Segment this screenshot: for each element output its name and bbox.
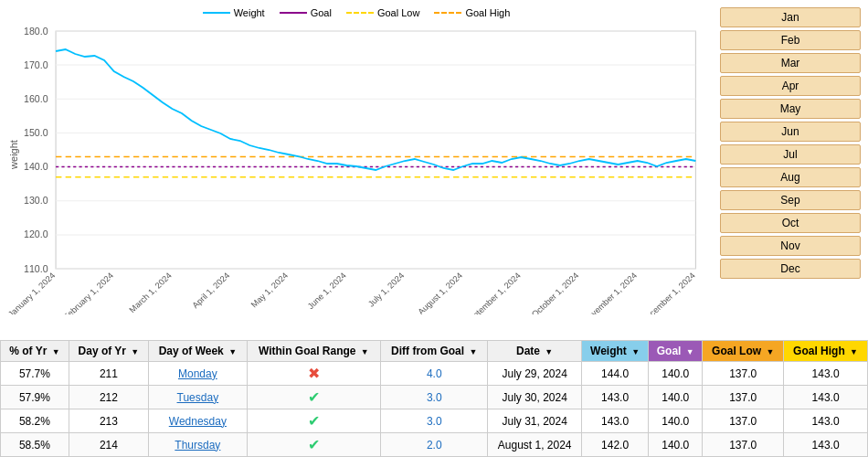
month-feb[interactable]: Feb bbox=[720, 30, 861, 50]
cell-goal: 140.0 bbox=[649, 362, 703, 386]
sort-icon-day: ▼ bbox=[131, 347, 139, 356]
legend-goal-low-label: Goal Low bbox=[377, 7, 419, 18]
sort-icon-goal-high: ▼ bbox=[850, 347, 858, 356]
cell-dow[interactable]: Monday bbox=[149, 362, 248, 386]
within-goal-check: ✔ bbox=[308, 437, 320, 452]
cell-pct: 57.7% bbox=[1, 362, 69, 386]
sort-icon-dow: ▼ bbox=[228, 347, 237, 356]
cell-dow[interactable]: Tuesday bbox=[149, 386, 248, 409]
cell-date: July 29, 2024 bbox=[488, 362, 582, 386]
sort-icon-goal-low: ▼ bbox=[766, 347, 774, 356]
cell-day: 213 bbox=[69, 409, 148, 433]
col-date[interactable]: Date ▼ bbox=[488, 341, 582, 362]
cell-dow[interactable]: Thursday bbox=[149, 433, 248, 457]
svg-text:February 1, 2024: February 1, 2024 bbox=[62, 271, 116, 314]
svg-text:December 1, 2024: December 1, 2024 bbox=[640, 271, 697, 314]
month-mar[interactable]: Mar bbox=[720, 53, 861, 73]
month-dec[interactable]: Dec bbox=[720, 259, 861, 279]
table-row: 58.2% 213 Wednesday ✔ 3.0 July 31, 2024 … bbox=[1, 409, 868, 433]
svg-text:January 1, 2024: January 1, 2024 bbox=[7, 271, 58, 314]
col-day-yr[interactable]: Day of Yr ▼ bbox=[69, 341, 148, 362]
cell-weight: 144.0 bbox=[581, 362, 648, 386]
svg-text:September 1, 2024: September 1, 2024 bbox=[463, 271, 523, 314]
cell-goal-low: 137.0 bbox=[703, 362, 784, 386]
svg-text:May 1, 2024: May 1, 2024 bbox=[249, 271, 290, 310]
svg-text:October 1, 2024: October 1, 2024 bbox=[530, 271, 581, 314]
data-table-container: % of Yr ▼ Day of Yr ▼ Day of Week ▼ With… bbox=[0, 340, 868, 457]
cell-within: ✔ bbox=[247, 386, 380, 409]
cell-pct: 58.5% bbox=[1, 433, 69, 457]
month-jan[interactable]: Jan bbox=[720, 7, 861, 27]
table-row: 57.7% 211 Monday ✖ 4.0 July 29, 2024 144… bbox=[1, 362, 868, 386]
legend-goal-high-label: Goal High bbox=[465, 7, 510, 18]
main-area: Weight Goal Goal Low Goal High bbox=[0, 0, 868, 340]
chart-svg: 180.0 170.0 160.0 150.0 140.0 130.0 120.… bbox=[7, 22, 705, 314]
month-apr[interactable]: Apr bbox=[720, 76, 861, 96]
svg-text:November 1, 2024: November 1, 2024 bbox=[581, 271, 639, 314]
cell-dow[interactable]: Wednesday bbox=[149, 409, 248, 433]
sort-icon-weight: ▼ bbox=[631, 347, 640, 356]
svg-text:140.0: 140.0 bbox=[24, 162, 48, 172]
sort-icon-goal: ▼ bbox=[686, 347, 694, 356]
col-dow[interactable]: Day of Week ▼ bbox=[149, 341, 248, 362]
cell-weight: 142.0 bbox=[581, 433, 648, 457]
cell-day: 211 bbox=[69, 362, 148, 386]
cell-weight: 143.0 bbox=[581, 409, 648, 433]
cell-goal-low: 137.0 bbox=[703, 409, 784, 433]
svg-text:weight: weight bbox=[7, 139, 18, 170]
cell-goal-low: 137.0 bbox=[703, 386, 784, 409]
cell-diff: 2.0 bbox=[381, 433, 488, 457]
month-sep[interactable]: Sep bbox=[720, 190, 861, 210]
month-jun[interactable]: Jun bbox=[720, 122, 861, 142]
col-goal-high[interactable]: Goal High ▼ bbox=[784, 341, 868, 362]
cell-date: July 31, 2024 bbox=[488, 409, 582, 433]
sort-icon-pct: ▼ bbox=[52, 347, 60, 356]
svg-text:March 1, 2024: March 1, 2024 bbox=[127, 271, 173, 314]
table-header-row: % of Yr ▼ Day of Yr ▼ Day of Week ▼ With… bbox=[1, 341, 868, 362]
table-body: 57.7% 211 Monday ✖ 4.0 July 29, 2024 144… bbox=[1, 362, 868, 457]
weight-line-icon bbox=[203, 12, 230, 14]
col-diff-goal[interactable]: Diff from Goal ▼ bbox=[381, 341, 488, 362]
month-jul[interactable]: Jul bbox=[720, 144, 861, 165]
legend-weight: Weight bbox=[203, 7, 265, 18]
month-aug[interactable]: Aug bbox=[720, 167, 861, 187]
col-within-goal[interactable]: Within Goal Range ▼ bbox=[247, 341, 380, 362]
cell-goal-low: 137.0 bbox=[703, 433, 784, 457]
cell-goal-high: 143.0 bbox=[784, 409, 868, 433]
within-goal-cross: ✖ bbox=[308, 366, 320, 381]
svg-text:120.0: 120.0 bbox=[24, 229, 48, 239]
within-goal-check: ✔ bbox=[308, 389, 320, 405]
cell-goal: 140.0 bbox=[649, 386, 703, 409]
month-may[interactable]: May bbox=[720, 99, 861, 119]
cell-within: ✖ bbox=[247, 362, 380, 386]
chart-legend: Weight Goal Goal Low Goal High bbox=[7, 7, 705, 18]
col-pct-yr[interactable]: % of Yr ▼ bbox=[1, 341, 69, 362]
goal-low-line-icon bbox=[346, 12, 374, 14]
cell-goal-high: 143.0 bbox=[784, 362, 868, 386]
table-row: 58.5% 214 Thursday ✔ 2.0 August 1, 2024 … bbox=[1, 433, 868, 457]
col-weight[interactable]: Weight ▼ bbox=[581, 341, 648, 362]
goal-line-icon bbox=[280, 12, 307, 14]
data-table: % of Yr ▼ Day of Yr ▼ Day of Week ▼ With… bbox=[0, 340, 868, 457]
legend-goal-label: Goal bbox=[311, 7, 332, 18]
chart-container: Weight Goal Goal Low Goal High bbox=[0, 0, 713, 340]
cell-goal: 140.0 bbox=[649, 433, 703, 457]
cell-within: ✔ bbox=[247, 433, 380, 457]
legend-goal: Goal bbox=[280, 7, 332, 18]
svg-text:April 1, 2024: April 1, 2024 bbox=[190, 271, 231, 311]
cell-within: ✔ bbox=[247, 409, 380, 433]
cell-pct: 57.9% bbox=[1, 386, 69, 409]
cell-date: August 1, 2024 bbox=[488, 433, 582, 457]
col-goal-low[interactable]: Goal Low ▼ bbox=[703, 341, 784, 362]
month-nov[interactable]: Nov bbox=[720, 236, 861, 256]
cell-diff: 3.0 bbox=[381, 409, 488, 433]
cell-weight: 143.0 bbox=[581, 386, 648, 409]
svg-text:June 1, 2024: June 1, 2024 bbox=[306, 271, 348, 312]
cell-pct: 58.2% bbox=[1, 409, 69, 433]
sort-icon-diff: ▼ bbox=[469, 347, 477, 356]
month-oct[interactable]: Oct bbox=[720, 213, 861, 233]
svg-text:150.0: 150.0 bbox=[24, 128, 48, 138]
cell-goal-high: 143.0 bbox=[784, 433, 868, 457]
legend-weight-label: Weight bbox=[234, 7, 265, 18]
col-goal[interactable]: Goal ▼ bbox=[649, 341, 703, 362]
